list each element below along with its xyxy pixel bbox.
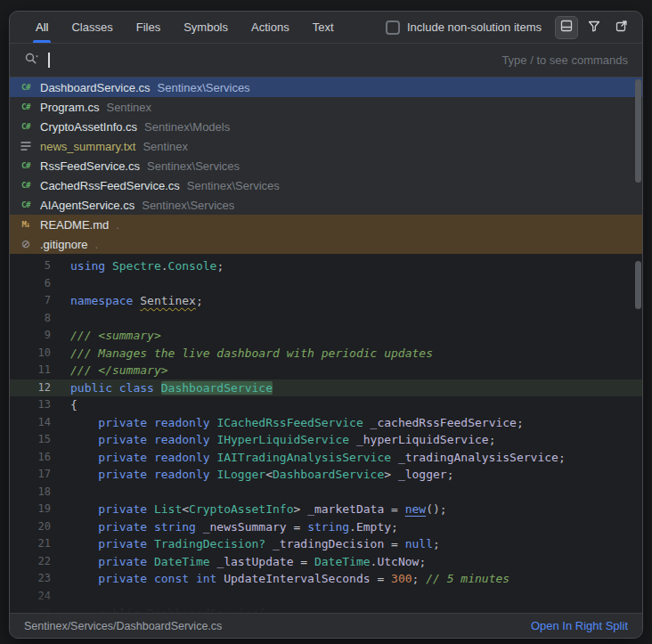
tab-text[interactable]: Text <box>301 12 346 43</box>
line-number: 8 <box>10 310 51 328</box>
csharp-file-icon: C# <box>19 119 33 134</box>
code-text: using Spectre.Console; <box>51 257 224 275</box>
line-number: 22 <box>10 553 51 571</box>
tab-actions[interactable]: Actions <box>240 12 301 43</box>
tab-bar-actions: Include non-solution items <box>386 16 633 39</box>
code-line: 9/// <summary> <box>10 327 642 345</box>
tab-files[interactable]: Files <box>125 12 172 43</box>
code-text: /// Manages the live dashboard with peri… <box>51 345 433 363</box>
result-row[interactable]: C#Program.csSentinex <box>10 97 642 117</box>
code-text <box>51 310 70 328</box>
code-line: 10/// Manages the live dashboard with pe… <box>10 345 642 363</box>
preview-toggle-button[interactable] <box>555 16 578 39</box>
line-number: 15 <box>10 431 51 449</box>
code-line: 17 private readonly ILogger<DashboardSer… <box>10 466 642 484</box>
result-row[interactable]: C#CryptoAssetInfo.csSentinex\Models <box>10 117 642 136</box>
results-scrollbar-thumb[interactable] <box>635 79 641 183</box>
result-row[interactable]: C#RssFeedService.csSentinex\Services <box>10 156 642 175</box>
line-number: 9 <box>10 327 51 345</box>
search-hint: Type / to see commands <box>501 53 628 67</box>
code-text: /// <summary> <box>51 327 161 345</box>
code-line: 15 private readonly IHyperLiquidService … <box>10 431 642 449</box>
tab-symbols[interactable]: Symbols <box>172 12 240 43</box>
result-row[interactable]: C#DashboardService.csSentinex\Services <box>10 77 642 97</box>
filter-icon <box>587 19 601 37</box>
csharp-file-icon: C# <box>19 159 33 173</box>
results-list: C#DashboardService.csSentinex\ServicesC#… <box>10 77 642 254</box>
search-input[interactable] <box>50 44 501 77</box>
code-text: private List<CryptoAssetInfo> _marketDat… <box>51 501 447 518</box>
tab-classes[interactable]: Classes <box>60 12 124 43</box>
markdown-file-icon: M↓ <box>19 217 33 232</box>
result-file-name: CryptoAssetInfo.cs <box>40 120 137 134</box>
code-line: 24 <box>10 588 642 606</box>
result-file-location: Sentinex <box>143 140 188 153</box>
code-text: public class DashboardService <box>51 379 273 397</box>
filter-button[interactable] <box>583 16 606 39</box>
search-icon <box>24 52 40 69</box>
code-line: 22 private DateTime _lastUpdate = DateTi… <box>10 553 642 571</box>
file-path: Sentinex/Services/DashboardService.cs <box>24 620 222 632</box>
code-text: { <box>51 396 77 414</box>
line-number: 19 <box>10 501 51 518</box>
result-row[interactable]: ⊘.gitignore. <box>10 234 642 254</box>
code-text: namespace Sentinex; <box>51 292 203 310</box>
include-non-solution-option[interactable]: Include non-solution items <box>386 20 542 35</box>
code-scrollbar-thumb[interactable] <box>635 261 641 309</box>
code-line: 5using Spectre.Console; <box>10 257 642 275</box>
result-file-name: .gitignore <box>40 238 87 251</box>
result-file-name: AIAgentService.cs <box>40 199 134 212</box>
code-text: private DateTime _lastUpdate = DateTime.… <box>51 553 426 571</box>
open-in-find-window-button[interactable] <box>610 16 633 39</box>
open-in-right-split-link[interactable]: Open In Right Split <box>531 619 628 632</box>
line-number: 23 <box>10 570 51 588</box>
result-file-location: Sentinex <box>106 101 151 114</box>
search-row: Type / to see commands <box>10 44 642 77</box>
line-number: 13 <box>10 396 51 414</box>
code-text: private readonly IAITradingAnalysisServi… <box>51 449 566 467</box>
code-text <box>51 588 70 606</box>
line-number: 20 <box>10 518 51 536</box>
line-number: 24 <box>10 588 51 606</box>
line-number: 7 <box>10 292 51 310</box>
code-text: /// </summary> <box>51 362 168 379</box>
csharp-file-icon: C# <box>19 198 33 212</box>
line-number: 6 <box>10 275 51 293</box>
code-line: 19 private List<CryptoAssetInfo> _market… <box>10 501 642 518</box>
result-row[interactable]: C#CachedRssFeedService.csSentinex\Servic… <box>10 175 642 195</box>
code-line: 8 <box>10 310 642 328</box>
csharp-file-icon: C# <box>19 100 33 114</box>
code-line: 7namespace Sentinex; <box>10 292 642 310</box>
tab-bar: AllClassesFilesSymbolsActionsText Includ… <box>10 12 642 44</box>
code-text <box>51 275 70 293</box>
code-text: private const int UpdateIntervalSeconds … <box>51 570 509 588</box>
result-row[interactable]: C#AIAgentService.csSentinex\Services <box>10 195 642 215</box>
status-bar: Sentinex/Services/DashboardService.cs Op… <box>10 613 642 638</box>
result-row[interactable]: M↓README.md. <box>10 215 642 234</box>
result-file-location: . <box>116 218 119 232</box>
include-non-solution-checkbox[interactable] <box>386 20 400 35</box>
code-line: 25 public DashboardService( <box>10 605 642 613</box>
result-file-location: Sentinex\Services <box>142 199 234 212</box>
result-file-name: news_summary.txt <box>40 140 135 153</box>
code-line: 13{ <box>10 396 642 414</box>
code-line: 23 private const int UpdateIntervalSecon… <box>10 570 642 588</box>
code-line: 11/// </summary> <box>10 362 642 379</box>
result-file-location: Sentinex\Services <box>147 159 240 173</box>
code-text: private readonly ICachedRssFeedService _… <box>51 414 524 432</box>
line-number: 10 <box>10 345 51 363</box>
result-row[interactable]: news_summary.txtSentinex <box>10 136 642 156</box>
line-number: 25 <box>10 605 51 613</box>
result-file-location: Sentinex\Services <box>187 179 280 192</box>
open-in-find-window-icon <box>615 19 629 37</box>
code-preview-pane: 5using Spectre.Console;67namespace Senti… <box>10 254 642 613</box>
result-file-name: Program.cs <box>40 101 99 114</box>
code-text: public DashboardService( <box>51 605 265 613</box>
result-file-location: . <box>94 238 98 251</box>
line-number: 21 <box>10 535 51 553</box>
line-number: 11 <box>10 362 51 379</box>
code-line: 12public class DashboardService <box>10 379 642 397</box>
tab-all[interactable]: All <box>24 12 60 43</box>
result-file-location: Sentinex\Services <box>158 81 250 94</box>
result-file-name: RssFeedService.cs <box>40 159 140 173</box>
